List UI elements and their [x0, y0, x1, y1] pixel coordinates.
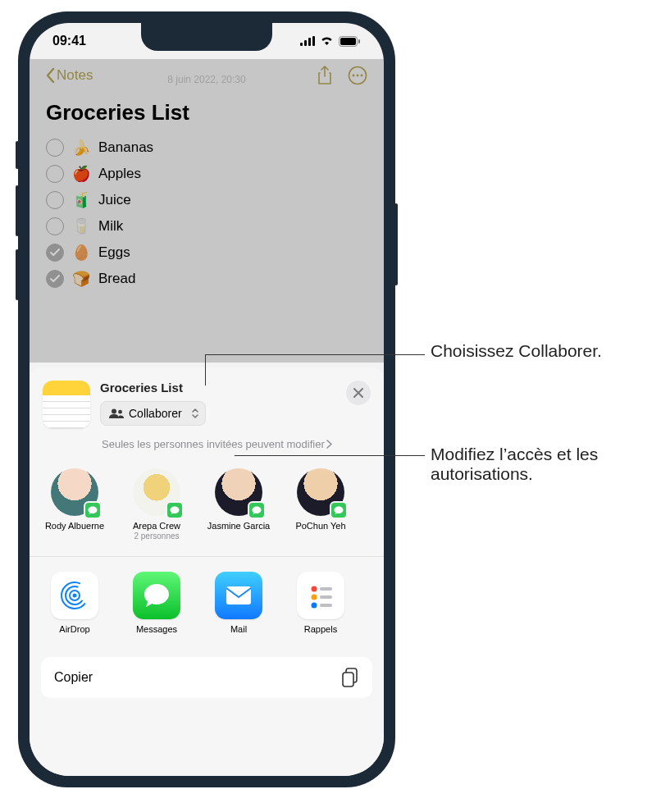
- svg-rect-0: [300, 43, 303, 46]
- airdrop-icon: [58, 579, 91, 612]
- item-emoji: 🥛: [72, 217, 90, 235]
- messages-badge-icon: [248, 501, 266, 519]
- callout-choose: Choisissez Collaborer.: [431, 341, 602, 361]
- mail-icon: [222, 583, 255, 608]
- app-icon: [51, 572, 98, 619]
- sheet-title: Groceries List: [100, 381, 336, 395]
- checkbox[interactable]: [46, 139, 64, 157]
- checkbox[interactable]: [46, 244, 64, 262]
- checkbox[interactable]: [46, 165, 64, 183]
- contact-name: Jasmine Garcia: [207, 521, 270, 531]
- app-icon: [215, 572, 262, 619]
- svg-point-12: [118, 410, 122, 414]
- copy-label: Copier: [54, 670, 93, 685]
- messages-icon: [141, 581, 172, 610]
- messages-badge-icon: [166, 501, 184, 519]
- svg-rect-6: [358, 39, 360, 43]
- note-timestamp: 8 juin 2022, 20:30: [46, 74, 367, 85]
- contact[interactable]: PoChun Yeh: [289, 468, 353, 541]
- contact-sub: 2 personnes: [134, 531, 179, 541]
- item-emoji: 🍌: [72, 139, 90, 157]
- chevron-right-icon: [326, 440, 332, 449]
- app-icon: [297, 572, 344, 619]
- item-emoji: 🥚: [72, 244, 90, 262]
- checkbox[interactable]: [46, 270, 64, 288]
- people-icon: [109, 408, 124, 418]
- checklist-item[interactable]: 🍎Apples: [46, 165, 367, 183]
- svg-point-16: [73, 594, 77, 598]
- item-label: Juice: [98, 192, 131, 208]
- copy-icon: [341, 668, 359, 687]
- share-app[interactable]: Rappels: [289, 572, 353, 634]
- battery-icon: [339, 36, 361, 47]
- collaborate-dropdown[interactable]: Collaborer: [100, 401, 206, 426]
- svg-point-8: [353, 75, 355, 77]
- svg-rect-25: [343, 673, 353, 687]
- app-name: Rappels: [304, 624, 337, 634]
- svg-point-20: [312, 595, 317, 600]
- app-name: Mail: [230, 624, 247, 634]
- contact-name: Arepa Crew: [133, 521, 180, 531]
- checklist: 🍌Bananas🍎Apples🧃Juice🥛Milk🥚Eggs🍞Bread: [46, 139, 367, 288]
- share-app[interactable]: AirDrop: [43, 572, 107, 634]
- svg-rect-2: [308, 38, 311, 46]
- svg-point-22: [312, 603, 317, 609]
- status-time: 09:41: [52, 34, 86, 48]
- svg-point-9: [357, 75, 359, 77]
- app-name: AirDrop: [59, 624, 89, 634]
- svg-rect-3: [312, 36, 315, 46]
- note-title: Groceries List: [46, 100, 367, 125]
- copy-action[interactable]: Copier: [41, 657, 372, 698]
- svg-rect-23: [320, 604, 332, 607]
- notes-app-icon: [43, 381, 90, 428]
- svg-rect-19: [320, 587, 332, 591]
- collaborate-label: Collaborer: [129, 407, 182, 420]
- avatar: [297, 468, 344, 516]
- contact-name: Rody Albuerne: [45, 521, 104, 531]
- checkbox[interactable]: [46, 217, 64, 235]
- contact[interactable]: Jasmine Garcia: [207, 468, 271, 541]
- item-label: Bread: [98, 271, 135, 287]
- share-sheet: Groceries List Collaborer Seules les per…: [30, 367, 384, 776]
- messages-badge-icon: [330, 501, 348, 519]
- svg-point-11: [112, 409, 116, 414]
- avatar: [215, 468, 262, 516]
- updown-chevron-icon: [191, 407, 199, 420]
- screen: 09:41 Notes 8 juin 2022, 20:30 Groceries…: [30, 23, 384, 776]
- back-button[interactable]: Notes: [46, 67, 93, 84]
- avatar: [133, 468, 180, 516]
- share-app[interactable]: Mail: [207, 572, 271, 634]
- status-right: [300, 36, 361, 47]
- app-icon: [133, 572, 180, 619]
- contacts-row: Rody AlbuerneArepa Crew2 personnesJasmin…: [30, 460, 384, 557]
- svg-rect-21: [320, 595, 332, 599]
- contact[interactable]: Arepa Crew2 personnes: [125, 468, 189, 541]
- svg-rect-1: [304, 40, 307, 46]
- item-label: Bananas: [98, 139, 153, 156]
- checklist-item[interactable]: 🥛Milk: [46, 217, 367, 235]
- notch: [141, 23, 272, 51]
- avatar: [51, 468, 98, 516]
- checklist-item[interactable]: 🧃Juice: [46, 191, 367, 209]
- checklist-item[interactable]: 🥚Eggs: [46, 244, 367, 262]
- close-button[interactable]: [346, 381, 371, 405]
- item-emoji: 🍎: [72, 165, 90, 183]
- svg-point-10: [361, 75, 363, 77]
- checkbox[interactable]: [46, 191, 64, 209]
- checklist-item[interactable]: 🍌Bananas: [46, 139, 367, 157]
- more-icon[interactable]: [348, 66, 367, 85]
- close-icon: [353, 388, 363, 398]
- check-icon: [50, 249, 60, 257]
- permission-row[interactable]: Seules les personnes invitées peuvent mo…: [30, 435, 384, 460]
- share-icon[interactable]: [317, 66, 333, 85]
- wifi-icon: [320, 36, 334, 46]
- share-app[interactable]: Messages: [125, 572, 189, 634]
- callout-leader: [205, 354, 425, 355]
- svg-rect-5: [340, 38, 356, 45]
- checklist-item[interactable]: 🍞Bread: [46, 270, 367, 288]
- reminders-icon: [304, 579, 337, 612]
- contact[interactable]: Rody Albuerne: [43, 468, 107, 541]
- cellular-icon: [300, 36, 315, 46]
- back-label: Notes: [57, 67, 93, 84]
- item-label: Apples: [98, 166, 141, 182]
